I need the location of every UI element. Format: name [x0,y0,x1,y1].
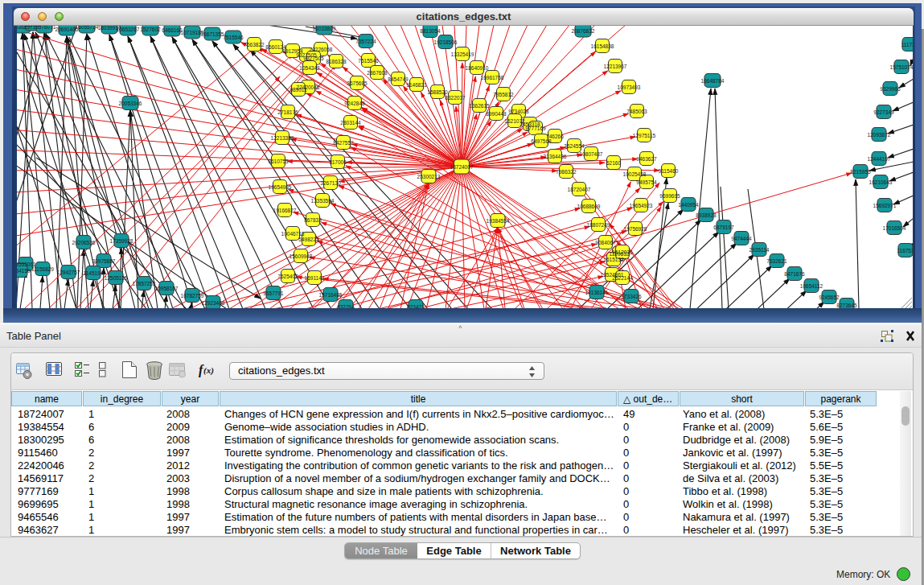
svg-text:19384554: 19384554 [487,218,510,224]
svg-text:1612076: 1612076 [612,249,633,255]
svg-text:1733426: 1733426 [621,294,642,299]
svg-text:16033809: 16033809 [313,26,336,31]
svg-text:2522144: 2522144 [612,275,633,281]
svg-text:25300213: 25300213 [417,174,441,179]
svg-text:16648784: 16648784 [701,78,725,84]
svg-text:317006: 317006 [329,159,347,165]
svg-text:15609948: 15609948 [290,253,313,259]
svg-text:9134150: 9134150 [17,268,31,274]
svg-text:111731: 111731 [901,42,913,47]
svg-text:7485063: 7485063 [626,109,647,114]
svg-text:1691144: 1691144 [305,275,325,281]
svg-text:18720407: 18720407 [568,187,591,192]
svg-text:6497568: 6497568 [531,138,552,144]
svg-text:19166827: 19166827 [273,208,297,213]
svg-text:15692971: 15692971 [873,203,897,208]
svg-text:9463627: 9463627 [636,156,657,162]
svg-text:10807487: 10807487 [580,151,603,157]
svg-text:12213967: 12213967 [604,64,627,69]
svg-text:8454749: 8454749 [388,76,409,82]
svg-text:16961758: 16961758 [481,75,504,80]
svg-text:9777169: 9777169 [525,126,546,131]
svg-text:7986322: 7986322 [556,169,577,175]
svg-text:6879197: 6879197 [713,225,734,230]
svg-text:8813054: 8813054 [420,28,441,34]
svg-text:9657791: 9657791 [263,290,284,296]
svg-text:12213389: 12213389 [271,135,294,141]
svg-text:8186328: 8186328 [326,59,347,64]
svg-text:2718176: 2718176 [277,109,298,115]
svg-text:18724007: 18724007 [450,164,474,170]
svg-text:1362615: 1362615 [469,103,490,109]
svg-text:20876832: 20876832 [572,28,595,34]
svg-text:10025458: 10025458 [623,171,647,177]
svg-text:2935114: 2935114 [749,247,770,253]
svg-text:9115460: 9115460 [659,168,679,174]
svg-text:1527602: 1527602 [140,27,161,32]
svg-text:6466160: 6466160 [162,27,183,33]
svg-text:16154838: 16154838 [591,43,614,49]
svg-text:1588520: 1588520 [427,89,448,95]
svg-text:9227349: 9227349 [873,109,894,115]
svg-text:9610755: 9610755 [268,159,289,164]
svg-text:7663822: 7663822 [244,42,265,47]
svg-text:13325419: 13325419 [451,51,474,57]
svg-text:10654112: 10654112 [800,283,823,289]
svg-text:8427552: 8427552 [333,140,354,146]
svg-text:8215955: 8215955 [850,169,871,175]
svg-text:1615132: 1615132 [603,257,624,262]
svg-text:23226058: 23226058 [310,47,333,52]
svg-text:14136141: 14136141 [585,290,609,295]
svg-text:9146821: 9146821 [406,82,427,88]
svg-text:13353594: 13353594 [311,198,335,204]
svg-text:3675685: 3675685 [347,80,368,86]
svg-text:1440954: 1440954 [678,202,699,208]
svg-text:8938928: 8938928 [696,212,717,218]
svg-text:8990448: 8990448 [486,111,507,117]
svg-text:2867608: 2867608 [367,70,388,76]
svg-text:17016504: 17016504 [883,225,906,231]
svg-text:16671355: 16671355 [201,31,224,37]
svg-text:19756928: 19756928 [624,226,647,232]
svg-text:7515546: 7515546 [223,35,244,40]
svg-text:12444197: 12444197 [868,156,891,162]
svg-text:15716485: 15716485 [319,292,343,298]
svg-text:20053346: 20053346 [119,101,142,106]
svg-text:1054342: 1054342 [299,65,320,71]
svg-text:12505115: 12505115 [105,275,128,281]
svg-text:8273645: 8273645 [836,303,857,308]
svg-text:15751074: 15751074 [890,64,913,70]
svg-text:7955812: 7955812 [493,92,514,97]
svg-text:7515546: 7515546 [358,58,379,64]
svg-text:12923468: 12923468 [202,300,225,306]
svg-text:7632621: 7632621 [766,258,787,264]
svg-text:11156829: 11156829 [31,266,54,272]
svg-text:62160: 62160 [606,160,621,166]
svg-text:12093872: 12093872 [868,132,891,138]
svg-text:19218506: 19218506 [434,39,458,45]
svg-text:116753: 116753 [897,248,913,253]
svg-text:2803144: 2803144 [340,120,361,126]
svg-text:21364436: 21364436 [544,154,567,159]
svg-text:18807249: 18807249 [587,222,610,228]
svg-text:12942757: 12942757 [57,270,80,275]
svg-text:9699695: 9699695 [659,193,680,199]
svg-text:9242848: 9242848 [344,101,365,106]
svg-text:19654985: 19654985 [269,184,292,190]
svg-text:3267130: 3267130 [320,180,341,186]
svg-text:832764: 832764 [337,304,355,308]
svg-text:16055724: 16055724 [76,26,99,30]
svg-text:9245652: 9245652 [819,295,840,300]
svg-text:989011: 989011 [290,87,307,93]
svg-text:30975887: 30975887 [92,258,116,264]
svg-text:17857253: 17857253 [133,281,156,286]
svg-text:12975115: 12975115 [633,133,656,138]
svg-text:5498222: 5498222 [298,237,319,242]
svg-text:20206536: 20206536 [72,240,96,245]
svg-text:10688609: 10688609 [577,204,601,209]
svg-text:10046718: 10046718 [281,231,305,237]
svg-text:10958107: 10958107 [155,286,179,291]
svg-text:16210643: 16210643 [869,179,893,185]
svg-text:10653267: 10653267 [117,27,140,32]
svg-text:9734028: 9734028 [508,109,529,114]
